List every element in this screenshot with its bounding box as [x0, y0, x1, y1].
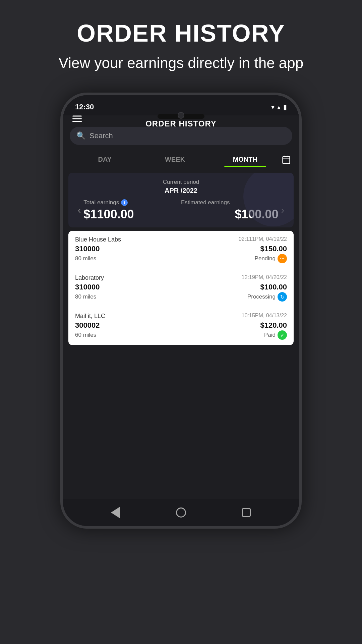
order-row-1: Mail it, LLC 10:15PM, 04/13/22 — [75, 313, 287, 320]
order-amount: $150.00 — [260, 245, 287, 253]
phone-bottom-nav — [63, 499, 299, 526]
status-time: 12:30 — [75, 103, 94, 111]
status-label: Paid — [264, 332, 276, 338]
order-number: 310000 — [75, 245, 100, 253]
wifi-icon: ▾ — [271, 103, 275, 111]
order-status: Processing ↻ — [247, 292, 287, 302]
order-row-2: 310000 $150.00 — [75, 245, 287, 253]
page-header: ORDER HISTORY View your earnings directl… — [59, 20, 304, 72]
home-button[interactable] — [174, 506, 188, 519]
tab-week[interactable]: WEEK — [140, 152, 210, 167]
calendar-icon[interactable] — [280, 154, 292, 166]
order-datetime: 02:111PM, 04/19/22 — [239, 236, 287, 242]
svg-rect-0 — [283, 157, 290, 164]
order-status: Paid ✓ — [264, 330, 287, 340]
total-earnings-amount: $1100.00 — [83, 207, 181, 221]
total-earnings-section: Total earnings i $1100.00 — [83, 199, 181, 221]
paid-status-icon: ✓ — [278, 330, 287, 340]
order-list: Blue House Labs 02:111PM, 04/19/22 31000… — [68, 231, 294, 345]
hamburger-menu-icon[interactable] — [72, 116, 82, 122]
status-icons: ▾ ▴ ▮ — [271, 103, 287, 111]
back-icon — [111, 506, 120, 519]
status-label: Processing — [247, 293, 276, 300]
search-input[interactable]: Search — [89, 131, 113, 140]
order-miles: 80 miles — [75, 293, 96, 300]
phone-camera — [178, 112, 184, 119]
info-icon[interactable]: i — [121, 199, 128, 206]
order-number: 300002 — [75, 321, 100, 330]
order-item[interactable]: Laboratory 12:19PM, 04/20/22 310000 $100… — [68, 269, 294, 307]
order-row-3: 80 miles Processing ↻ — [75, 292, 287, 302]
order-status: Pending ··· — [255, 254, 287, 263]
phone-mockup: 12:30 ▾ ▴ ▮ ORDER HISTORY 🔍 Search — [60, 93, 302, 529]
signal-icon: ▴ — [277, 103, 281, 111]
order-number: 310000 — [75, 283, 100, 291]
order-miles: 80 miles — [75, 255, 96, 262]
order-amount: $100.00 — [260, 283, 287, 291]
order-company: Laboratory — [75, 274, 104, 281]
order-company: Blue House Labs — [75, 236, 121, 243]
order-datetime: 10:15PM, 04/13/22 — [242, 313, 287, 319]
battery-icon: ▮ — [283, 103, 287, 111]
order-row-1: Laboratory 12:19PM, 04/20/22 — [75, 274, 287, 281]
back-button[interactable] — [109, 506, 122, 519]
order-item[interactable]: Mail it, LLC 10:15PM, 04/13/22 300002 $1… — [68, 307, 294, 345]
page-title: ORDER HISTORY — [59, 20, 304, 47]
search-icon: 🔍 — [76, 131, 85, 140]
order-row-2: 310000 $100.00 — [75, 283, 287, 291]
total-earnings-label: Total earnings i — [83, 199, 181, 206]
order-miles: 60 miles — [75, 332, 96, 338]
tab-month[interactable]: MONTH — [210, 152, 280, 167]
order-row-3: 60 miles Paid ✓ — [75, 330, 287, 340]
search-bar[interactable]: 🔍 Search — [70, 127, 292, 145]
order-row-1: Blue House Labs 02:111PM, 04/19/22 — [75, 236, 287, 243]
order-company: Mail it, LLC — [75, 313, 105, 320]
home-icon — [176, 507, 186, 518]
phone-screen: 12:30 ▾ ▴ ▮ ORDER HISTORY 🔍 Search — [63, 95, 299, 499]
app-bar-title: ORDER HISTORY — [145, 119, 217, 128]
period-card: Current period APR /2022 ‹ Total earning… — [68, 173, 294, 227]
recents-icon — [242, 508, 251, 517]
filter-tabs: DAY WEEK MONTH — [63, 150, 299, 169]
tab-day[interactable]: DAY — [70, 152, 140, 167]
prev-period-arrow[interactable]: ‹ — [75, 205, 83, 216]
order-row-3: 80 miles Pending ··· — [75, 254, 287, 263]
order-row-2: 300002 $120.00 — [75, 321, 287, 330]
processing-status-icon: ↻ — [278, 292, 287, 302]
order-datetime: 12:19PM, 04/20/22 — [242, 274, 287, 280]
page-subtitle: View your earnings directly in the app — [59, 53, 304, 72]
recents-button[interactable] — [240, 506, 253, 519]
status-label: Pending — [255, 255, 276, 262]
pending-status-icon: ··· — [278, 254, 287, 263]
order-amount: $120.00 — [260, 321, 287, 330]
order-item[interactable]: Blue House Labs 02:111PM, 04/19/22 31000… — [68, 231, 294, 269]
